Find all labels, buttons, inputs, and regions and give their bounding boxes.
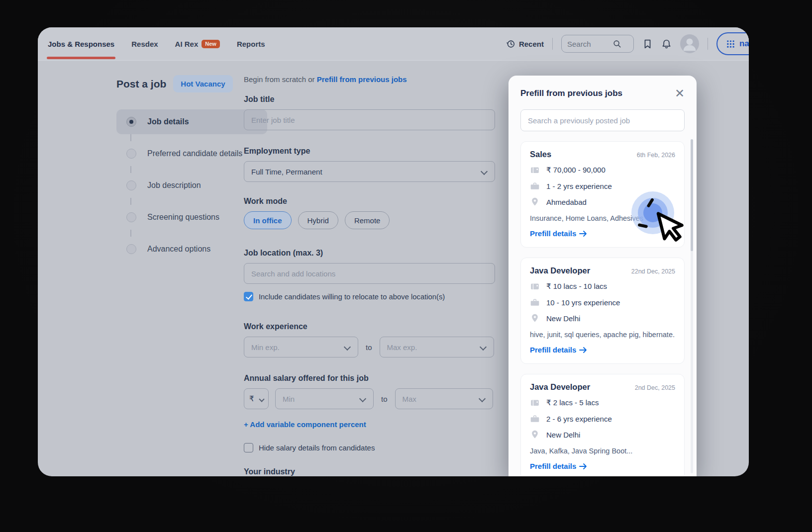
job-card-salary: ₹ 70,000 - 90,000 (546, 166, 606, 175)
search-icon (613, 40, 621, 48)
employment-type-select[interactable]: Full Time, Permanent (244, 161, 495, 182)
divider (552, 38, 553, 50)
brand-label: naukri (739, 39, 749, 49)
avatar[interactable] (680, 34, 699, 53)
page-title: Post a job (116, 78, 166, 90)
job-card-date: 2nd Dec, 2025 (635, 384, 675, 391)
new-badge: New (202, 40, 220, 48)
work-mode-chip[interactable]: Remote (345, 211, 390, 229)
currency-select[interactable]: ₹ (244, 388, 269, 409)
job-card-location: New Delhi (546, 431, 580, 439)
min-experience-select[interactable]: Min exp. (244, 337, 358, 357)
previous-job-search-input[interactable] (528, 116, 677, 125)
close-icon[interactable]: ✕ (675, 88, 685, 99)
relocate-checkbox[interactable] (244, 292, 253, 301)
work-experience-label: Work experience (244, 322, 495, 331)
min-salary-select[interactable]: Min (275, 388, 374, 409)
prefill-panel-title: Prefill from previous jobs (520, 89, 622, 98)
prefill-details-link[interactable]: Prefill details (530, 229, 587, 238)
job-card-title: Java Developer (530, 382, 590, 392)
step-label: Screening questions (147, 213, 219, 222)
history-clock-icon (506, 39, 515, 49)
previous-job-card: Java Developer 22nd Dec, 2025 ₹ 10 lacs … (520, 258, 685, 364)
recent-button[interactable]: Recent (506, 39, 544, 49)
job-details-form: Begin from scratch or Prefill from previ… (244, 75, 495, 476)
salary-icon (530, 165, 540, 175)
nav-tab[interactable]: Reports (237, 40, 265, 48)
job-card-salary: ₹ 2 lacs - 5 lacs (546, 398, 599, 407)
nav-tab-label: Jobs & Responses (48, 40, 114, 48)
job-card-skills: Java, Kafka, Java Spring Boot... (530, 447, 675, 455)
recent-label: Recent (519, 40, 544, 48)
step-radio-icon (126, 117, 136, 127)
prefill-from-previous-jobs-link[interactable]: Prefill from previous jobs (317, 75, 407, 84)
arrow-right-icon (579, 230, 587, 237)
job-title-field (244, 109, 495, 130)
your-industry-label: Your industry (244, 467, 495, 476)
nav-tab[interactable]: Resdex (131, 40, 158, 48)
job-card-salary: ₹ 10 lacs - 10 lacs (546, 282, 607, 291)
notification-bell-icon[interactable] (661, 39, 672, 49)
annual-salary-label: Annual salary offered for this job (244, 374, 495, 383)
hide-salary-checkbox-label: Hide salary details from candidates (259, 443, 375, 452)
range-joiner: to (366, 343, 372, 352)
step-radio-icon (126, 180, 136, 190)
nav-tab[interactable]: Jobs & Responses (48, 40, 114, 48)
top-navbar: Jobs & Responses Resdex AI Rex New Repor… (38, 27, 749, 61)
naukri-app-switcher[interactable]: naukri (716, 32, 749, 55)
job-card-experience: 2 - 6 yrs experience (546, 415, 612, 423)
max-experience-select[interactable]: Max exp. (380, 337, 494, 357)
work-mode-chip-label: Hybrid (307, 216, 329, 225)
salary-icon (530, 398, 540, 408)
add-variable-component-link[interactable]: + Add variable component percent (244, 420, 366, 429)
nav-search[interactable] (561, 35, 634, 53)
hot-vacancy-badge: Hot Vacancy (173, 75, 232, 92)
job-title-input[interactable] (251, 116, 488, 124)
job-card-experience: 10 - 10 yrs experience (546, 298, 620, 307)
step-radio-icon (126, 244, 136, 254)
relocate-checkbox-label: Include candidates willing to relocate t… (259, 293, 445, 301)
nav-tab-label: AI Rex (175, 40, 199, 48)
work-mode-chip[interactable]: Hybrid (298, 211, 338, 229)
nav-tab[interactable]: AI Rex New (175, 40, 220, 48)
nav-tab-label: Resdex (131, 40, 158, 48)
grid-apps-icon (726, 40, 735, 48)
primary-nav: Jobs & Responses Resdex AI Rex New Repor… (48, 40, 265, 48)
nav-tab-label: Reports (237, 40, 265, 48)
step-label: Job description (147, 181, 201, 190)
work-mode-chip[interactable]: In office (244, 211, 292, 229)
prefill-panel: Prefill from previous jobs ✕ Sales 6th F… (508, 76, 697, 476)
max-salary-select[interactable]: Max (395, 388, 493, 409)
work-mode-chip-label: Remote (354, 216, 381, 225)
job-card-skills: hive, junit, sql queries, apache pig, hi… (530, 331, 675, 339)
briefcase-icon (530, 414, 540, 424)
job-location-label: Job location (max. 3) (244, 249, 495, 258)
job-card-experience: 1 - 2 yrs experience (546, 182, 612, 190)
work-mode-options: In office Hybrid Remote (244, 211, 495, 229)
previous-job-card: Java Developer 2nd Dec, 2025 ₹ 2 lacs - … (520, 374, 685, 476)
prefill-details-link[interactable]: Prefill details (530, 346, 587, 354)
bookmark-icon[interactable] (642, 39, 653, 49)
briefcase-icon (530, 181, 540, 191)
range-joiner: to (381, 395, 388, 403)
work-mode-label: Work mode (244, 197, 495, 206)
job-title-label: Job title (244, 95, 495, 104)
screenshot-frame: Jobs & Responses Resdex AI Rex New Repor… (0, 0, 812, 532)
job-card-date: 22nd Dec, 2025 (631, 268, 675, 275)
step-label: Preferred candidate details (147, 149, 242, 158)
step-radio-icon (126, 212, 136, 222)
job-card-title: Sales (530, 150, 551, 159)
intro-line: Begin from scratch or Prefill from previ… (244, 75, 495, 84)
location-pin-icon (530, 197, 540, 207)
step-label: Job details (147, 117, 189, 126)
panel-scrollbar[interactable] (691, 139, 693, 473)
arrow-right-icon (579, 463, 587, 470)
work-mode-chip-label: In office (253, 216, 282, 225)
job-location-input[interactable] (251, 269, 488, 278)
person-icon (680, 34, 699, 53)
hide-salary-checkbox[interactable] (244, 443, 253, 452)
employment-type-label: Employment type (244, 147, 495, 156)
app-window: Jobs & Responses Resdex AI Rex New Repor… (38, 27, 749, 476)
nav-search-input[interactable] (567, 40, 613, 48)
prefill-details-link[interactable]: Prefill details (530, 462, 587, 470)
